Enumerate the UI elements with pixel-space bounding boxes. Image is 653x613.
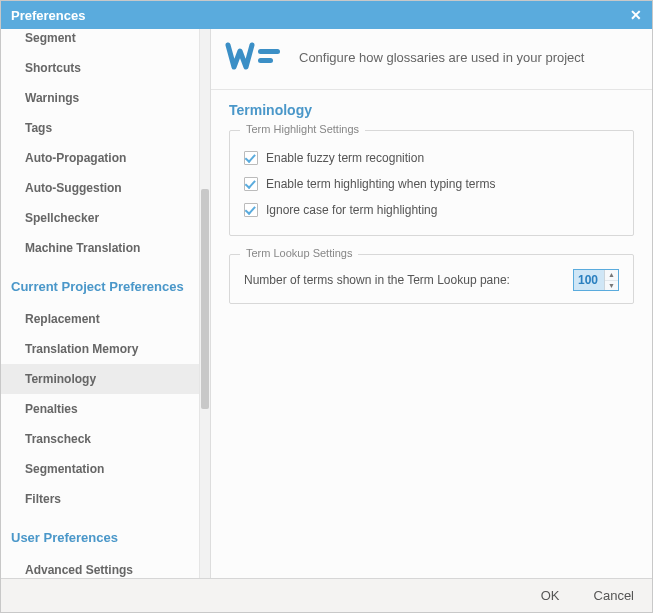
- sidebar-item-auto-suggestion[interactable]: Auto-Suggestion: [1, 173, 199, 203]
- term-count-label: Number of terms shown in the Term Lookup…: [244, 273, 510, 287]
- close-icon[interactable]: ✕: [630, 7, 642, 23]
- sidebar-item-translation-memory[interactable]: Translation Memory: [1, 334, 199, 364]
- sidebar-item-transcheck[interactable]: Transcheck: [1, 424, 199, 454]
- sidebar-item-warnings[interactable]: Warnings: [1, 83, 199, 113]
- app-logo-icon: [225, 39, 285, 75]
- cancel-button[interactable]: Cancel: [594, 588, 634, 603]
- sidebar-item-shortcuts[interactable]: Shortcuts: [1, 53, 199, 83]
- sidebar-item-segmentation[interactable]: Segmentation: [1, 454, 199, 484]
- spinner-down-icon[interactable]: ▼: [605, 281, 618, 291]
- sidebar-scrollbar[interactable]: [199, 29, 210, 578]
- sidebar-section-header: Current Project Preferences: [1, 263, 199, 304]
- sidebar-item-tags[interactable]: Tags: [1, 113, 199, 143]
- sidebar-item-segment[interactable]: Segment: [1, 31, 199, 53]
- sidebar-item-terminology[interactable]: Terminology: [1, 364, 199, 394]
- ok-button[interactable]: OK: [541, 588, 560, 603]
- titlebar: Preferences ✕: [1, 1, 652, 29]
- svg-rect-1: [258, 58, 273, 63]
- content-header: Configure how glossaries are used in you…: [211, 29, 652, 90]
- dialog-footer: OK Cancel: [1, 578, 652, 612]
- sidebar-item-advanced-settings[interactable]: Advanced Settings: [1, 555, 199, 578]
- ignore-case-label: Ignore case for term highlighting: [266, 203, 437, 217]
- sidebar-item-penalties[interactable]: Penalties: [1, 394, 199, 424]
- term-highlight-settings: Term Highlight Settings Enable fuzzy ter…: [229, 130, 634, 236]
- sidebar-item-spellchecker[interactable]: Spellchecker: [1, 203, 199, 233]
- enable-fuzzy-checkbox[interactable]: [244, 151, 258, 165]
- term-lookup-settings: Term Lookup Settings Number of terms sho…: [229, 254, 634, 304]
- ignore-case-checkbox[interactable]: [244, 203, 258, 217]
- term-count-value[interactable]: 100: [574, 270, 604, 290]
- fieldset-legend: Term Highlight Settings: [240, 123, 365, 135]
- enable-typing-highlight-label: Enable term highlighting when typing ter…: [266, 177, 495, 191]
- page-title: Terminology: [229, 102, 634, 118]
- spinner-up-icon[interactable]: ▲: [605, 270, 618, 281]
- window-title: Preferences: [11, 8, 85, 23]
- svg-rect-0: [258, 49, 280, 54]
- sidebar-item-auto-propagation[interactable]: Auto-Propagation: [1, 143, 199, 173]
- sidebar: SegmentShortcutsWarningsTagsAuto-Propaga…: [1, 29, 211, 578]
- fieldset-legend: Term Lookup Settings: [240, 247, 358, 259]
- enable-fuzzy-label: Enable fuzzy term recognition: [266, 151, 424, 165]
- sidebar-item-machine-translation[interactable]: Machine Translation: [1, 233, 199, 263]
- sidebar-item-replacement[interactable]: Replacement: [1, 304, 199, 334]
- header-description: Configure how glossaries are used in you…: [299, 50, 584, 65]
- sidebar-section-header: User Preferences: [1, 514, 199, 555]
- preferences-window: Preferences ✕ SegmentShortcutsWarningsTa…: [0, 0, 653, 613]
- enable-typing-highlight-checkbox[interactable]: [244, 177, 258, 191]
- scrollbar-thumb[interactable]: [201, 189, 209, 409]
- sidebar-item-filters[interactable]: Filters: [1, 484, 199, 514]
- term-count-spinner[interactable]: 100 ▲ ▼: [573, 269, 619, 291]
